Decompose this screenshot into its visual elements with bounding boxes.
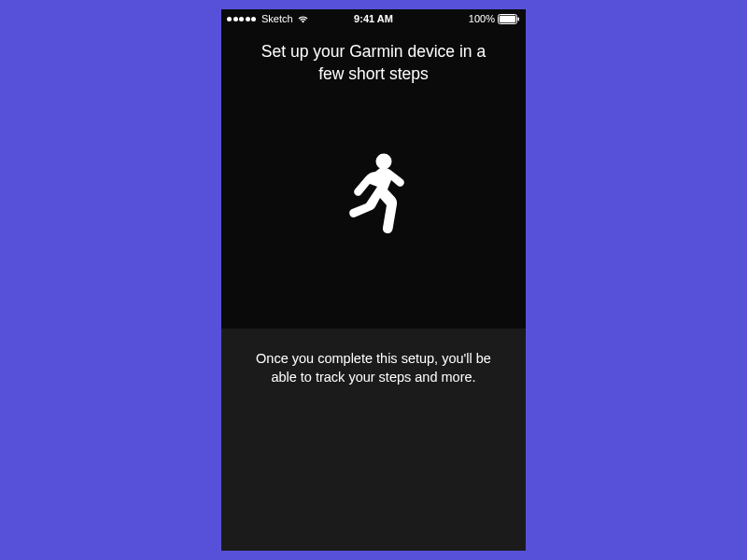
signal-strength-icon: [227, 17, 256, 21]
status-bar-right: 100%: [469, 13, 520, 24]
setup-header-section: Set up your Garmin device in a few short…: [221, 28, 526, 329]
battery-percent: 100%: [469, 13, 495, 24]
carrier-label: Sketch: [261, 13, 293, 24]
phone-screen: Sketch 9:41 AM 100% Set up your Garmin d…: [221, 9, 526, 551]
wifi-icon: [297, 15, 309, 23]
running-person-icon: [336, 151, 411, 245]
status-bar-left: Sketch: [227, 13, 309, 24]
svg-point-3: [376, 153, 392, 169]
setup-description-section: Once you complete this setup, you'll be …: [221, 329, 526, 551]
status-bar-time: 9:41 AM: [354, 13, 393, 24]
status-bar: Sketch 9:41 AM 100%: [221, 9, 526, 28]
setup-description: Once you complete this setup, you'll be …: [221, 349, 526, 387]
battery-icon: [498, 14, 520, 24]
setup-illustration: [336, 85, 411, 329]
svg-rect-2: [518, 17, 520, 21]
setup-title: Set up your Garmin device in a few short…: [221, 41, 526, 85]
svg-rect-1: [500, 15, 515, 21]
